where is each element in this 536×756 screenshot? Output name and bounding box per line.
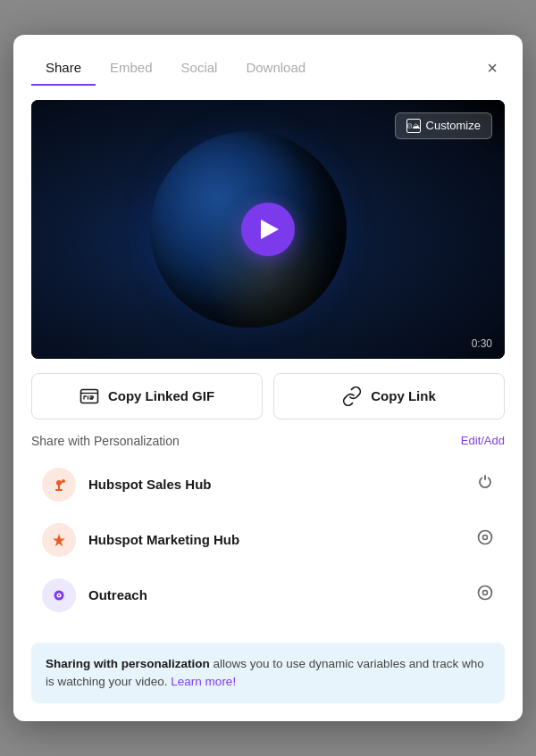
edit-add-link[interactable]: Edit/Add [461, 434, 505, 447]
share-modal: Share Embed Social Download × [13, 35, 523, 722]
learn-more-link[interactable]: Learn more! [171, 675, 236, 688]
modal-header: Share Embed Social Download × [13, 35, 523, 86]
share-personalization-section: Share with Personalization Edit/Add [13, 434, 523, 636]
outreach-status-icon[interactable] [476, 584, 494, 606]
video-timer: 0:30 [472, 337, 492, 350]
copy-gif-button[interactable]: Copy Linked GIF [31, 373, 263, 420]
tab-social[interactable]: Social [167, 51, 232, 86]
customize-label: Customize [426, 119, 481, 132]
video-background: Customize 0:30 [31, 100, 505, 359]
integration-item-outreach: Outreach [31, 569, 505, 621]
outreach-name: Outreach [88, 587, 464, 602]
video-preview: Customize 0:30 [31, 100, 505, 359]
integration-list: Hubspot Sales Hub Hub [31, 459, 505, 621]
play-button[interactable] [241, 203, 295, 256]
hubspot-sales-logo [42, 468, 76, 502]
tab-download[interactable]: Download [231, 51, 320, 86]
gif-icon [80, 386, 99, 406]
integration-item-hubspot-marketing: Hubspot Marketing Hub [31, 514, 505, 566]
share-section-title: Share with Personalization [31, 434, 180, 448]
info-box: Sharing with personalization allows you … [31, 643, 505, 704]
customize-button[interactable]: Customize [395, 112, 492, 139]
tab-bar: Share Embed Social Download [31, 51, 320, 86]
customize-icon [406, 119, 421, 133]
svg-point-11 [483, 591, 488, 595]
svg-point-10 [479, 586, 492, 600]
hubspot-marketing-name: Hubspot Marketing Hub [88, 532, 464, 547]
svg-point-5 [479, 531, 492, 544]
svg-line-4 [62, 481, 63, 482]
svg-point-6 [483, 536, 488, 540]
close-button[interactable]: × [480, 55, 505, 80]
svg-point-9 [58, 594, 60, 596]
tab-share[interactable]: Share [31, 51, 96, 86]
link-icon [342, 386, 362, 406]
action-buttons: Copy Linked GIF Copy Link [31, 373, 505, 420]
modal-overlay: Share Embed Social Download × [0, 0, 536, 756]
hubspot-sales-status-icon[interactable] [476, 473, 494, 495]
hubspot-marketing-status-icon[interactable] [476, 528, 494, 551]
copy-link-label: Copy Link [371, 388, 436, 403]
hubspot-marketing-logo [42, 523, 76, 557]
copy-gif-label: Copy Linked GIF [108, 388, 214, 403]
share-header: Share with Personalization Edit/Add [31, 434, 505, 448]
tab-embed[interactable]: Embed [96, 51, 167, 86]
outreach-logo [42, 578, 76, 612]
integration-item-hubspot-sales: Hubspot Sales Hub [31, 459, 505, 511]
svg-rect-1 [80, 389, 97, 403]
info-box-bold: Sharing with personalization [46, 657, 210, 670]
copy-link-button[interactable]: Copy Link [273, 373, 505, 420]
hubspot-sales-name: Hubspot Sales Hub [88, 477, 464, 492]
